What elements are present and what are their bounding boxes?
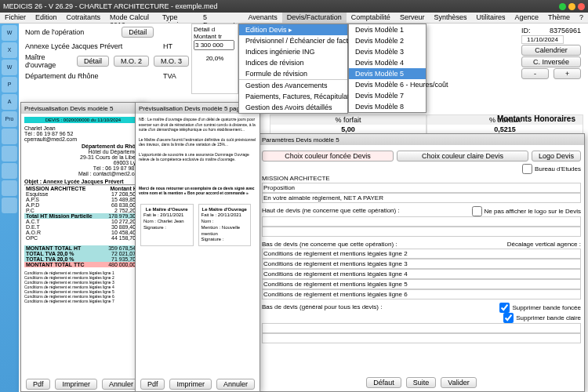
dock-icon[interactable] [2,129,17,144]
pdf-button[interactable]: Pdf [140,379,165,390]
maitre-addr: Hôtel du Département [24,149,142,154]
menu-edition[interactable]: Edition [31,13,62,23]
tva-label: TVA [163,72,176,80]
submenu-item[interactable]: Gestion des Avoirs détaillés [239,102,347,113]
cinversee-button[interactable]: C. Inversée [521,56,581,67]
dock-icon[interactable]: W [2,60,17,75]
menu-avenants[interactable]: Avenants [243,13,281,23]
mo-label: Maître d'ouvrage [25,53,72,69]
mission-line: P.C2 752,20 € [24,208,142,213]
dock-icon[interactable]: X [2,42,17,58]
mission-header: MISSION ARCHITECTE [26,186,85,191]
window-title[interactable]: Prévisualisation Devis modèle 5 [21,103,145,114]
mission-line: Esquisse17 208,50 € [24,191,142,197]
submenu-item[interactable]: Gestion des Avancements [239,79,347,91]
maitre-name: Département du Rhône [24,143,142,149]
menu-cotraitants[interactable]: Cotraitants [62,13,106,23]
menu-synthses[interactable]: Synthèses [429,13,471,23]
minimize-icon[interactable] [559,3,566,10]
bureau-checkbox[interactable] [522,164,532,174]
submenu-item[interactable]: Formule de révision [239,68,347,79]
proposition-input[interactable] [262,183,581,193]
submenu-item[interactable]: Prévisionnel / Échéancier de facturation [239,35,347,46]
decalage-label: Décalage vertical agence : [507,240,581,249]
logo-button[interactable]: Logo Devis [532,151,581,162]
condition-input[interactable] [262,289,581,299]
id-label: ID: [521,27,531,34]
submenu-item[interactable]: Indices de révision [239,57,347,68]
total-line: MONTANT TOTAL TTC480 000,00 € [24,262,142,267]
modele-item[interactable]: Devis Modèle 3 [349,46,426,57]
menu-thme[interactable]: Thème [543,13,575,23]
bas2-input-1[interactable] [262,323,581,333]
haut-input-2[interactable] [262,227,581,237]
menu-devisfacturation[interactable]: Devis/Facturation [282,13,347,23]
mo-detail-button[interactable]: Détail [77,56,109,67]
color-light-button[interactable]: Choix couleur claire Devis [397,151,528,162]
annuler-button[interactable]: Annuler [216,379,255,390]
condition-input[interactable] [262,259,581,269]
bas2-input-2[interactable] [262,333,581,343]
modele-item[interactable]: Devis Modèle 2 [349,35,426,46]
detail-button[interactable]: Détail [122,27,154,38]
reglement-input[interactable] [262,193,581,203]
dock-icon[interactable]: Pro [2,111,17,127]
condition-input[interactable] [262,269,581,279]
menu-[interactable]: ? [575,13,588,23]
menu-utilitaires[interactable]: Utilitaires [471,13,510,23]
dock-icon[interactable] [2,180,17,196]
condition-input[interactable] [262,249,581,259]
minus-button[interactable]: - [521,68,549,79]
mo3-button[interactable]: M.O. 3 [154,56,189,67]
close-icon[interactable] [578,3,585,10]
modele-item[interactable]: Devis Modèle 7 [349,90,426,101]
menu-documents[interactable]: 5 Documents [198,13,244,23]
condition-input[interactable] [262,279,581,289]
submenu-item[interactable]: Edition Devis ▸ [239,24,347,35]
dock-icon[interactable]: W [2,25,17,41]
operation-name-label: Nom de l'opération [25,28,84,36]
mo2-button[interactable]: M.O. 2 [114,56,149,67]
submenu-item[interactable]: Indices ingénierie ING [239,46,347,57]
modele-item[interactable]: Devis Modèle 4 [349,57,426,68]
imprimer-button[interactable]: Imprimer [55,379,97,390]
calendar-button[interactable]: Calendrier [521,45,581,56]
forfait-header: % forfait [270,115,426,125]
pdf-button[interactable]: Pdf [26,379,51,390]
dock-icon[interactable] [2,198,17,213]
imprimer-button[interactable]: Imprimer [169,379,212,390]
maitre-tel: Tél : 06 19 87 98 52 [24,165,142,171]
maitre-cp: 69003 Lyon [24,160,142,165]
menu-serveur[interactable]: Serveur [395,13,430,23]
menu-modecalcul[interactable]: Mode Calcul 2019 [105,13,158,23]
menu-fichier[interactable]: Fichier [0,13,31,23]
plus-button[interactable]: + [554,68,581,79]
dock-icon[interactable] [2,163,17,179]
modele-item[interactable]: Devis Modèle 6 - Heures/coût [349,79,426,90]
maitre-mail: Mail : contact@med2.com [24,171,142,176]
total-partial-label: Total HT Mission Partielle [26,213,93,219]
color-dark-button[interactable]: Choix couleur foncée Devis [262,151,394,162]
nologo-checkbox[interactable] [472,206,482,216]
menu-agence[interactable]: Agence [510,13,543,23]
supp2-checkbox[interactable] [503,313,514,323]
dock-icon[interactable] [2,146,17,162]
modele-item[interactable]: Devis Modèle 5 [349,68,426,79]
mission-line: A.C.T10 272,20 € [24,219,142,224]
supp1-checkbox[interactable] [499,303,510,313]
dock-icon[interactable]: P [2,77,17,93]
menu-comptabilit[interactable]: Comptabilité [347,13,395,23]
dock-icon[interactable]: A [2,94,17,110]
menu-typemission[interactable]: Type mission [158,13,198,23]
modele-item[interactable]: Devis Modèle 8 [349,101,426,112]
window-title[interactable]: Paramètres Devis modèle 5 [259,134,584,145]
haut-input-1[interactable] [262,216,581,227]
submenu-item[interactable]: Paiements, Factures, Récapitulatifs [239,91,347,102]
maximize-icon[interactable] [568,3,575,10]
condition-line: Conditions de règlement et mentions léga… [24,299,142,303]
modele-item[interactable]: Devis Modèle 1 [349,24,426,35]
detail-montant-input[interactable] [194,40,234,50]
bas-label: Bas de devis (ne concerne que cette opér… [262,240,397,249]
menubar: FichierEditionCotraitantsMode Calcul 201… [0,13,588,24]
date-input[interactable] [521,35,564,44]
